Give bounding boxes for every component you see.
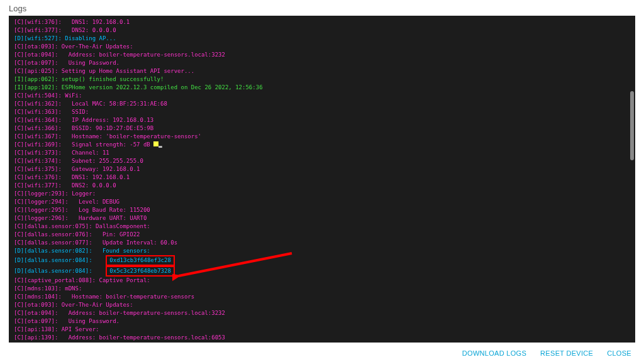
log-line: [C][ota:097]: Using Password. bbox=[14, 317, 630, 326]
log-line: [I][app:062]: setup() finished successfu… bbox=[14, 75, 630, 84]
log-line: [C][logger:295]: Log Baud Rate: 115200 bbox=[14, 206, 630, 214]
footer-actions: DOWNLOAD LOGS RESET DEVICE CLOSE bbox=[462, 349, 631, 357]
scrollbar-thumb[interactable] bbox=[630, 91, 634, 160]
log-line: [C][api:025]: Setting up Home Assistant … bbox=[14, 67, 630, 75]
log-line: [C][mdns:104]: Hostname: boiler-temperat… bbox=[14, 293, 630, 301]
log-line: [C][wifi:373]: Channel: 11 bbox=[14, 149, 630, 157]
log-line: [C][ota:094]: Address: boiler-temperatur… bbox=[14, 51, 630, 59]
log-line: [C][wifi:366]: BSSID: 90:1D:27:DE:E5:9B bbox=[14, 124, 630, 133]
log-line: [I][app:102]: ESPHome version 2022.12.3 … bbox=[14, 84, 630, 92]
log-line: [C][dallas.sensor:076]: Pin: GPIO22 bbox=[14, 231, 630, 239]
log-line: [C][api:138]: API Server: bbox=[14, 326, 630, 334]
log-line: [C][ota:097]: Using Password. bbox=[14, 59, 630, 67]
page-title: Logs bbox=[0, 0, 644, 16]
log-line: [C][wifi:504]: WiFi: bbox=[14, 92, 630, 100]
log-line: [C][ota:094]: Address: boiler-temperatur… bbox=[14, 309, 630, 317]
log-line: [C][dallas.sensor:075]: DallasComponent: bbox=[14, 222, 630, 231]
log-line: [C][ota:093]: Over-The-Air Updates: bbox=[14, 301, 630, 309]
log-line: [C][wifi:363]: SSID: bbox=[14, 108, 630, 116]
log-line: [C][wifi:377]: DNS2: 0.0.0.0 bbox=[14, 182, 630, 190]
log-line: [C][wifi:375]: Gateway: 192.168.0.1 bbox=[14, 165, 630, 173]
log-line: [D][dallas.sensor:084]: 0xd13cb3f648ef3c… bbox=[14, 255, 630, 266]
log-line: [C][captive_portal:088]: Captive Portal: bbox=[14, 277, 630, 285]
log-line: [D][dallas.sensor:084]: 0x5c3c23f648eb73… bbox=[14, 266, 630, 277]
log-line: [C][wifi:374]: Subnet: 255.255.255.0 bbox=[14, 157, 630, 165]
download-logs-button[interactable]: DOWNLOAD LOGS bbox=[462, 349, 526, 357]
log-line: [C][dallas.sensor:077]: Update Interval:… bbox=[14, 239, 630, 247]
log-line: [C][wifi:376]: DNS1: 192.168.0.1 bbox=[14, 18, 630, 26]
log-line: [C][api:141]: Using noise encryption: YE… bbox=[14, 342, 630, 343]
log-line: [C][logger:296]: Hardware UART: UART0 bbox=[14, 214, 630, 222]
reset-device-button[interactable]: RESET DEVICE bbox=[540, 349, 593, 357]
log-terminal[interactable]: [C][wifi:376]: DNS1: 192.168.0.1[C][wifi… bbox=[9, 16, 635, 343]
log-line: [C][logger:294]: Level: DEBUG bbox=[14, 198, 630, 206]
close-button[interactable]: CLOSE bbox=[607, 349, 631, 357]
log-line: [C][wifi:369]: Signal strength: -57 dB ▂ bbox=[14, 141, 630, 149]
log-line: [C][api:139]: Address: boiler-temperatur… bbox=[14, 334, 630, 342]
log-line: [C][wifi:376]: DNS1: 192.168.0.1 bbox=[14, 173, 630, 182]
log-line: [C][mdns:103]: mDNS: bbox=[14, 285, 630, 293]
log-line: [C][wifi:367]: Hostname: 'boiler-tempera… bbox=[14, 133, 630, 141]
log-line: [C][wifi:364]: IP Address: 192.168.0.13 bbox=[14, 116, 630, 124]
log-line: [C][logger:293]: Logger: bbox=[14, 190, 630, 198]
log-line: [C][wifi:377]: DNS2: 0.0.0.0 bbox=[14, 26, 630, 35]
log-line: [C][wifi:362]: Local MAC: 58:BF:25:31:AE… bbox=[14, 100, 630, 108]
log-line: [D][wifi:527]: Disabling AP... bbox=[14, 35, 630, 43]
terminal-container: [C][wifi:376]: DNS1: 192.168.0.1[C][wifi… bbox=[9, 16, 635, 343]
log-line: [D][dallas.sensor:082]: Found sensors: bbox=[14, 247, 630, 255]
log-line: [C][ota:093]: Over-The-Air Updates: bbox=[14, 43, 630, 51]
